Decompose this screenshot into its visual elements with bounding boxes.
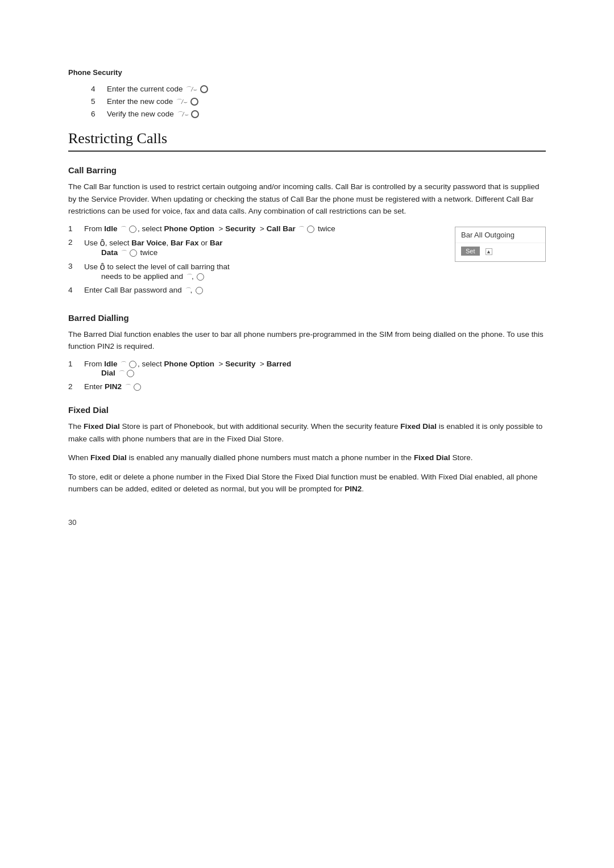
squiggle-b2a: ⌒ <box>124 383 130 390</box>
barred-dialling-heading: Barred Dialling <box>68 313 546 323</box>
phone-security-section: Phone Security 4 Enter the current code … <box>68 68 546 119</box>
circle-icon-1a <box>129 226 136 233</box>
step-2-num: 2 <box>68 238 84 247</box>
bar-fax-label: Bar Fax <box>171 238 199 247</box>
squiggle-b1a: ⌒ <box>119 361 126 368</box>
circle-icon-3a <box>197 273 204 281</box>
squiggle-icon-5a: ⌒/⌣ <box>175 98 187 105</box>
page: Phone Security 4 Enter the current code … <box>0 0 614 868</box>
circle-icon-4b <box>196 287 203 294</box>
squiggle-icon-6a: ⌒/⌣ <box>176 111 188 118</box>
call-barring-steps-area: 1 From Idle ⌒ , select Phone Option > Se… <box>68 224 546 299</box>
fixed-dial-bold-4: Fixed Dial <box>414 453 450 462</box>
step-5-text: Enter the new code ⌒/⌣ <box>107 97 200 106</box>
barred-dialling-steps: 1 From Idle ⌒ , select Phone Option > Se… <box>68 360 546 391</box>
pin2-bold: PIN2 <box>345 485 362 493</box>
scroll-up-icon: ▲ <box>486 248 492 255</box>
call-barring-step-1: 1 From Idle ⌒ , select Phone Option > Se… <box>68 224 443 233</box>
barred-step-1-num: 1 <box>68 360 84 368</box>
circle-icon-b1b <box>127 370 134 377</box>
circle-icon-5a <box>190 98 198 106</box>
fixed-dial-para1: The Fixed Dial Store is part of Phoneboo… <box>68 420 546 445</box>
idle-label-b1: Idle <box>104 360 117 368</box>
squiggle-3a: ⌒ <box>185 273 192 280</box>
circle-icon-b2a <box>134 383 141 391</box>
page-number: 30 <box>68 518 546 527</box>
step-5: 5 Enter the new code ⌒/⌣ <box>91 97 546 106</box>
restricting-calls-title: Restricting Calls <box>68 130 546 152</box>
squiggle-2a: ⌒ <box>120 249 126 256</box>
call-barring-steps-col: 1 From Idle ⌒ , select Phone Option > Se… <box>68 224 443 299</box>
call-barring-body: The Call Bar function is used to restric… <box>68 181 546 218</box>
fixed-dial-para3: To store, edit or delete a phone number … <box>68 471 546 495</box>
barred-dial-b1: Barred <box>267 360 292 368</box>
call-barring-step-2: 2 Use ô, select Bar Voice, Bar Fax or Ba… <box>68 238 443 257</box>
bar-data-label2: Data <box>101 248 118 257</box>
step-4: 4 Enter the current code ⌒/⌣ <box>91 85 546 94</box>
step-4b-text: Enter Call Bar password and ⌒, <box>84 286 204 295</box>
circle-icon-2a <box>130 249 137 257</box>
security-b1: Security <box>225 360 255 368</box>
dial-b1: Dial <box>101 369 115 377</box>
bar-all-outgoing-item: Bar All Outgoing <box>455 227 545 243</box>
fixed-dial-bold-3: Fixed Dial <box>90 453 127 462</box>
circle-icon-6a <box>191 110 199 118</box>
squiggle-b1b: ⌒ <box>118 370 124 377</box>
set-button[interactable]: Set <box>461 247 480 256</box>
menu-box-footer: Set ▲ <box>455 243 545 261</box>
phone-security-header: Phone Security <box>68 68 546 77</box>
call-barring-menu-box: Bar All Outgoing Set ▲ <box>455 227 546 262</box>
step-4b-num: 4 <box>68 286 84 294</box>
step-4-num: 4 <box>91 85 107 93</box>
phone-option-b1: Phone Option <box>164 360 215 368</box>
barred-step-1: 1 From Idle ⌒ , select Phone Option > Se… <box>68 360 546 378</box>
bar-data-label: Bar <box>210 238 223 247</box>
step-5-num: 5 <box>91 97 107 106</box>
bar-voice-label: Bar Voice <box>131 238 166 247</box>
squiggle-1a: ⌒ <box>119 226 126 232</box>
step-3-text: Use ô to select the level of call barrin… <box>84 262 230 281</box>
step-4-text: Enter the current code ⌒/⌣ <box>107 85 209 94</box>
fixed-dial-heading: Fixed Dial <box>68 405 546 415</box>
squiggle-icon-4a: ⌒/⌣ <box>185 86 197 93</box>
security-label-1: Security <box>225 224 255 233</box>
call-barring-heading: Call Barring <box>68 165 546 175</box>
circle-icon-1b <box>307 226 314 233</box>
barred-dialling-body: The Barred Dial function enables the use… <box>68 328 546 353</box>
step-6: 6 Verify the new code ⌒/⌣ <box>91 110 546 119</box>
idle-label-1: Idle <box>104 224 117 233</box>
squiggle-4a: ⌒ <box>184 287 190 294</box>
circle-icon-4a <box>200 85 208 93</box>
barred-step-2-text: Enter PIN2 ⌒ <box>84 382 142 391</box>
call-barring-step-4: 4 Enter Call Bar password and ⌒, <box>68 286 443 295</box>
barred-step-2: 2 Enter PIN2 ⌒ <box>68 382 546 391</box>
fixed-dial-bold-1: Fixed Dial <box>84 422 120 431</box>
fixed-dial-para2: When Fixed Dial is enabled any manually … <box>68 452 546 464</box>
step-3-num: 3 <box>68 262 84 270</box>
step-1-num: 1 <box>68 224 84 233</box>
step-6-text: Verify the new code ⌒/⌣ <box>107 110 200 119</box>
squiggle-1b: ⌒ <box>297 226 304 232</box>
step-1-text: From Idle ⌒ , select Phone Option > Secu… <box>84 224 335 233</box>
barred-step-1-text: From Idle ⌒ , select Phone Option > Secu… <box>84 360 291 378</box>
call-barring-step-3: 3 Use ô to select the level of call barr… <box>68 262 443 281</box>
step-2-text: Use ô, select Bar Voice, Bar Fax or Bar … <box>84 238 223 257</box>
phone-option-label: Phone Option <box>164 224 215 233</box>
step-6-num: 6 <box>91 110 107 118</box>
phone-security-steps: 4 Enter the current code ⌒/⌣ 5 Enter the… <box>91 85 546 119</box>
pin2-label: PIN2 <box>105 382 122 391</box>
circle-icon-b1a <box>129 361 136 368</box>
barred-step-2-num: 2 <box>68 382 84 391</box>
call-bar-label: Call Bar <box>267 224 296 233</box>
fixed-dial-bold-2: Fixed Dial <box>400 422 437 431</box>
